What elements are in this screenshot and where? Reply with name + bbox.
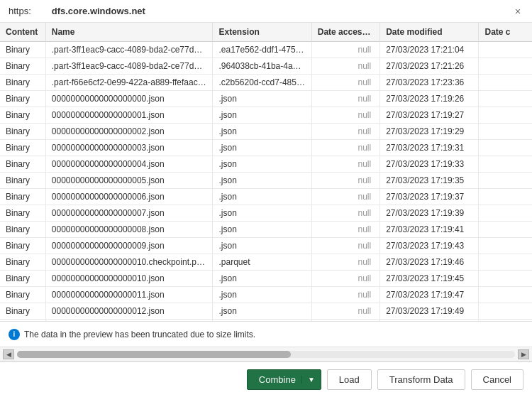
cell-name: 00000000000000000010.checkpoint.parquet: [45, 254, 213, 271]
cell-name: 00000000000000000000.json: [45, 91, 213, 107]
cell-dateC: [479, 238, 532, 254]
cell-content: Binary: [0, 140, 45, 156]
cell-extension: .json: [213, 91, 311, 107]
table-row: Binary00000000000000000003.json.jsonnull…: [0, 140, 532, 156]
horizontal-scrollbar[interactable]: ◀ ▶: [0, 347, 532, 361]
url-domain: dfs.core.windows.net: [52, 6, 145, 16]
cell-dateModified: 27/03/2023 17:19:29: [380, 124, 479, 140]
table-row: Binary00000000000000000008.json.jsonnull…: [0, 222, 532, 238]
cell-dateModified: 27/03/2023 17:21:26: [380, 58, 479, 75]
cell-content: Binary: [0, 222, 45, 238]
cell-content: Binary: [0, 271, 45, 287]
cell-dateC: [479, 42, 532, 58]
cell-dateModified: 27/03/2023 17:19:26: [380, 91, 479, 107]
cell-dateAccessed: null: [311, 42, 379, 58]
table-body: Binary.part-3ff1eac9-cacc-4089-bda2-ce77…: [0, 42, 532, 322]
cell-extension: .json: [213, 124, 311, 140]
cell-extension: .json: [213, 107, 311, 124]
cell-dateC: [479, 287, 532, 303]
cell-dateModified: 27/03/2023 17:21:04: [380, 42, 479, 58]
data-table-container: Content Name Extension Date accessed Dat…: [0, 23, 532, 322]
cell-extension: .json: [213, 189, 311, 205]
table-header-row: Content Name Extension Date accessed Dat…: [0, 23, 532, 42]
table-row: Binary00000000000000000011.json.jsonnull…: [0, 287, 532, 303]
cell-content: Binary: [0, 58, 45, 75]
cell-dateAccessed: null: [311, 287, 379, 303]
col-header-date-modified: Date modified: [380, 23, 479, 42]
cell-dateAccessed: null: [311, 222, 379, 238]
cell-extension: .json: [213, 238, 311, 254]
cell-name: 00000000000000000010.json: [45, 271, 213, 287]
cell-name: 00000000000000000001.json: [45, 107, 213, 124]
load-button[interactable]: Load: [327, 369, 372, 390]
scroll-thumb[interactable]: [17, 351, 291, 358]
table-row: Binary00000000000000000000.json.jsonnull…: [0, 91, 532, 107]
cell-dateC: [479, 58, 532, 75]
cell-content: Binary: [0, 189, 45, 205]
table-row: Binary.part-3ff1eac9-cacc-4089-bda2-ce77…: [0, 58, 532, 75]
transform-data-button[interactable]: Transform Data: [377, 369, 465, 390]
cell-name: .part-3ff1eac9-cacc-4089-bda2-ce77da9b36…: [45, 42, 213, 58]
table-row: Binary00000000000000000012.json.jsonnull…: [0, 303, 532, 320]
cell-dateModified: 27/03/2023 17:19:39: [380, 205, 479, 222]
url-display: https: dfs.core.windows.net: [9, 6, 145, 16]
cell-content: Binary: [0, 238, 45, 254]
cell-dateAccessed: null: [311, 254, 379, 271]
cell-dateModified: 27/03/2023 17:19:43: [380, 238, 479, 254]
table-row: Binary00000000000000000009.json.jsonnull…: [0, 238, 532, 254]
cell-extension: .json: [213, 156, 311, 173]
cell-name: 00000000000000000006.json: [45, 189, 213, 205]
col-header-date-c: Date c: [479, 23, 532, 42]
combine-dropdown-arrow[interactable]: ▼: [301, 376, 321, 384]
combine-button[interactable]: Combine ▼: [247, 369, 321, 390]
cell-content: Binary: [0, 42, 45, 58]
cell-dateModified: 27/03/2023 17:19:33: [380, 156, 479, 173]
cell-dateC: [479, 222, 532, 238]
cell-content: Binary: [0, 287, 45, 303]
cell-name: 00000000000000000007.json: [45, 205, 213, 222]
cell-dateModified: 27/03/2023 17:23:36: [380, 75, 479, 91]
cell-dateModified: 27/03/2023 17:19:47: [380, 287, 479, 303]
cell-name: 00000000000000000008.json: [45, 222, 213, 238]
cell-dateAccessed: null: [311, 140, 379, 156]
cell-content: Binary: [0, 303, 45, 320]
cell-extension: .json: [213, 173, 311, 189]
cell-name: 00000000000000000003.json: [45, 140, 213, 156]
cell-extension: .parquet: [213, 254, 311, 271]
cell-dateAccessed: null: [311, 107, 379, 124]
cancel-button[interactable]: Cancel: [471, 369, 523, 390]
cell-dateC: [479, 271, 532, 287]
cell-name: 00000000000000000011.json: [45, 287, 213, 303]
scroll-track[interactable]: [17, 351, 515, 358]
cell-extension: .c2b5620d-ccd7-4857-9054-bb826d79604b: [213, 75, 311, 91]
cell-extension: .json: [213, 303, 311, 320]
cell-content: Binary: [0, 124, 45, 140]
cell-dateC: [479, 205, 532, 222]
cell-name: 00000000000000000012.json: [45, 303, 213, 320]
cell-dateModified: 27/03/2023 17:19:45: [380, 271, 479, 287]
cell-content: Binary: [0, 173, 45, 189]
cell-dateAccessed: null: [311, 189, 379, 205]
cell-dateAccessed: null: [311, 124, 379, 140]
cell-content: Binary: [0, 156, 45, 173]
cell-dateModified: 27/03/2023 17:19:31: [380, 140, 479, 156]
cell-extension: .json: [213, 140, 311, 156]
cell-dateModified: 27/03/2023 17:19:41: [380, 222, 479, 238]
table-row: Binary00000000000000000010.json.jsonnull…: [0, 271, 532, 287]
cell-dateC: [479, 107, 532, 124]
close-button[interactable]: ×: [512, 6, 523, 17]
cell-dateAccessed: null: [311, 271, 379, 287]
info-bar: i The data in the preview has been trunc…: [0, 322, 532, 347]
table-row: Binary00000000000000000007.json.jsonnull…: [0, 205, 532, 222]
table-row: Binary00000000000000000001.json.jsonnull…: [0, 107, 532, 124]
cell-dateAccessed: null: [311, 205, 379, 222]
cell-dateAccessed: null: [311, 303, 379, 320]
cell-dateC: [479, 254, 532, 271]
cell-content: Binary: [0, 107, 45, 124]
cell-name: 00000000000000000004.json: [45, 156, 213, 173]
scroll-right-button[interactable]: ▶: [518, 349, 529, 359]
cell-extension: .json: [213, 205, 311, 222]
cell-name: .part-f66e6cf2-0e99-422a-a889-ffefaacaf5…: [45, 75, 213, 91]
scroll-left-button[interactable]: ◀: [3, 349, 14, 359]
data-table: Content Name Extension Date accessed Dat…: [0, 23, 532, 322]
